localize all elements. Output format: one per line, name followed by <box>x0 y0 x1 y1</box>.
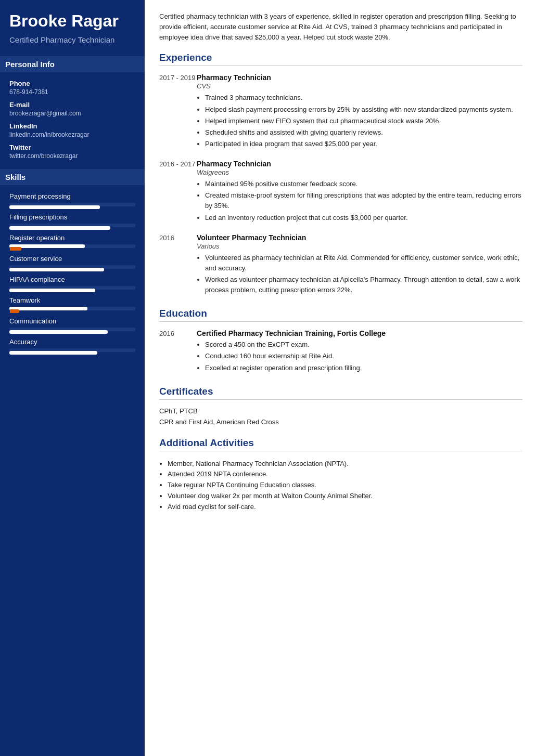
list-item: Scheduled shifts and assisted with givin… <box>205 127 522 138</box>
email-value: brookezragar@gmail.com <box>9 110 135 117</box>
twitter-label: Twitter <box>9 144 135 151</box>
list-item: Scored a 450 on the ExCPT exam. <box>205 340 522 350</box>
skill-item: Communication <box>9 317 135 331</box>
skill-bar-bg <box>9 265 135 269</box>
education-header: Education <box>159 308 522 322</box>
skill-bar-fill <box>9 330 108 334</box>
list-item: Participated in idea program that saved … <box>205 139 522 149</box>
skill-bar-fill <box>9 205 100 209</box>
list-item: Created mistake-proof system for filling… <box>205 190 522 211</box>
skill-bar-fill <box>9 351 97 355</box>
list-item: Excelled at register operation and presc… <box>205 363 522 373</box>
activities-header: Additional Activities <box>159 437 522 451</box>
list-item: Conducted 160 hour externship at Rite Ai… <box>205 351 522 361</box>
skill-label: Accuracy <box>9 338 135 346</box>
skill-label: Payment processing <box>9 192 135 200</box>
linkedin-label: LinkedIn <box>9 122 135 130</box>
list-item: Volunteered as pharmacy technician at Ri… <box>205 253 522 273</box>
experience-date: 2017 - 2019 <box>159 73 197 150</box>
certificates-header: Certificates <box>159 386 522 400</box>
skill-label: Filling prescriptions <box>9 213 135 221</box>
list-item: Helped implement new FIFO system that cu… <box>205 116 522 126</box>
skill-bar-fill <box>9 289 95 292</box>
skill-bar-accent <box>10 247 21 251</box>
skill-item: HIPAA compliance <box>9 276 135 290</box>
experience-bullets: Maintained 95% positive customer feedbac… <box>197 179 522 223</box>
experience-company: Walgreens <box>197 168 522 176</box>
education-section: Education 2016Certified Pharmacy Technic… <box>159 308 522 374</box>
list-item: Avid road cyclist for self-care. <box>168 502 522 513</box>
skills-section: Skills Payment processingFilling prescri… <box>9 169 135 352</box>
skills-header: Skills <box>0 169 145 185</box>
skill-bar-bg <box>9 328 135 331</box>
list-item: Volunteer dog walker 2x per month at Wal… <box>168 491 522 502</box>
twitter-value: twitter.com/brookezragar <box>9 152 135 160</box>
experience-bullets: Trained 3 pharmacy technicians.Helped sl… <box>197 93 522 149</box>
skill-label: Customer service <box>9 255 135 263</box>
experience-date: 2016 - 2017 <box>159 160 197 224</box>
skill-bar-accent <box>10 309 19 313</box>
skill-bar-bg <box>9 307 135 310</box>
education-list: 2016Certified Pharmacy Technician Traini… <box>159 329 522 374</box>
summary-text: Certified pharmacy technician with 3 yea… <box>159 11 522 43</box>
experience-title: Pharmacy Technician <box>197 73 522 82</box>
skill-label: Communication <box>9 317 135 325</box>
certificate-item: CPR and First Aid, American Red Cross <box>159 418 522 426</box>
skill-item: Register operation <box>9 234 135 248</box>
job-title: Certified Pharmacy Technician <box>9 35 135 45</box>
list-item: Helped slash payment processing errors b… <box>205 105 522 115</box>
skill-bar-fill <box>9 307 87 310</box>
education-date: 2016 <box>159 329 197 374</box>
experience-title: Volunteer Pharmacy Technician <box>197 233 522 242</box>
skill-bar-fill <box>9 226 110 230</box>
experience-list: 2017 - 2019Pharmacy TechnicianCVSTrained… <box>159 73 522 296</box>
education-block: 2016Certified Pharmacy Technician Traini… <box>159 329 522 374</box>
activities-section: Additional Activities Member, National P… <box>159 437 522 513</box>
skill-bar-fill <box>9 268 104 271</box>
experience-section: Experience 2017 - 2019Pharmacy Technicia… <box>159 52 522 296</box>
experience-header: Experience <box>159 52 522 66</box>
experience-block: 2016 - 2017Pharmacy TechnicianWalgreensM… <box>159 160 522 224</box>
skill-label: HIPAA compliance <box>9 276 135 283</box>
skill-bar-bg <box>9 348 135 352</box>
list-item: Led an inventory reduction project that … <box>205 213 522 223</box>
skill-item: Customer service <box>9 255 135 269</box>
experience-date: 2016 <box>159 233 197 297</box>
education-bullets: Scored a 450 on the ExCPT exam.Conducted… <box>197 340 522 373</box>
experience-company: CVS <box>197 82 522 90</box>
list-item: Trained 3 pharmacy technicians. <box>205 93 522 103</box>
experience-detail: Pharmacy TechnicianCVSTrained 3 pharmacy… <box>197 73 522 150</box>
experience-block: 2017 - 2019Pharmacy TechnicianCVSTrained… <box>159 73 522 150</box>
experience-bullets: Volunteered as pharmacy technician at Ri… <box>197 253 522 296</box>
list-item: Take regular NPTA Continuing Education c… <box>168 480 522 491</box>
skill-bar-bg <box>9 224 135 227</box>
personal-info-header: Personal Info <box>0 56 145 72</box>
experience-detail: Volunteer Pharmacy TechnicianVariousVolu… <box>197 233 522 297</box>
skill-bar-bg <box>9 244 135 248</box>
skill-label: Register operation <box>9 234 135 242</box>
sidebar: Brooke Ragar Certified Pharmacy Technici… <box>0 0 145 756</box>
skill-label: Teamwork <box>9 296 135 304</box>
experience-title: Pharmacy Technician <box>197 160 522 168</box>
education-title: Certified Pharmacy Technician Training, … <box>197 329 522 337</box>
phone-value: 678-914-7381 <box>9 88 135 96</box>
email-label: E-mail <box>9 101 135 109</box>
skill-item: Payment processing <box>9 192 135 206</box>
skill-bar-bg <box>9 286 135 290</box>
certificate-item: CPhT, PTCB <box>159 407 522 415</box>
experience-detail: Pharmacy TechnicianWalgreensMaintained 9… <box>197 160 522 224</box>
skill-bar-fill <box>9 244 85 248</box>
full-name: Brooke Ragar <box>9 11 135 31</box>
list-item: Member, National Pharmacy Technician Ass… <box>168 459 522 470</box>
phone-label: Phone <box>9 80 135 87</box>
list-item: Maintained 95% positive customer feedbac… <box>205 179 522 189</box>
experience-company: Various <box>197 242 522 250</box>
skill-item: Filling prescriptions <box>9 213 135 227</box>
skills-list: Payment processingFilling prescriptionsR… <box>9 192 135 352</box>
list-item: Attended 2019 NPTA conference. <box>168 469 522 480</box>
linkedin-value: linkedin.com/in/brookezragar <box>9 131 135 138</box>
certificates-section: Certificates CPhT, PTCBCPR and First Aid… <box>159 386 522 426</box>
skill-bar-bg <box>9 203 135 206</box>
skill-item: Teamwork <box>9 296 135 310</box>
education-detail: Certified Pharmacy Technician Training, … <box>197 329 522 374</box>
